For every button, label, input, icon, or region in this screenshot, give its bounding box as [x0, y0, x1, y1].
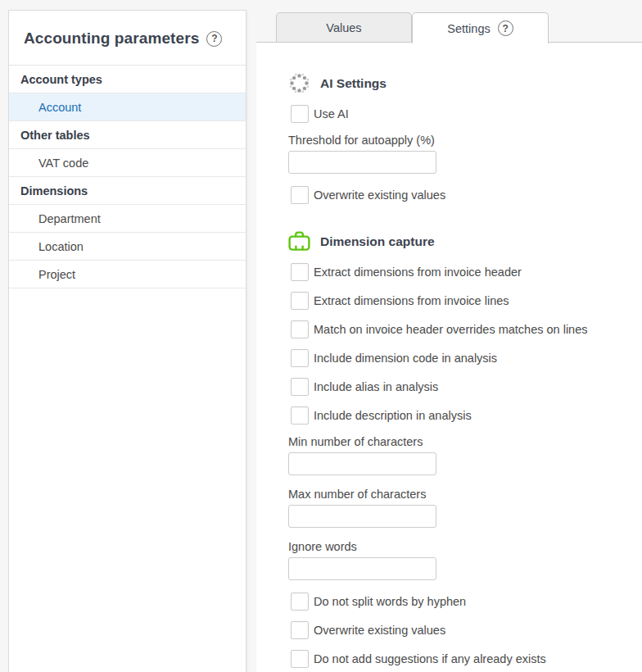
- checkbox-label: Use AI: [314, 107, 349, 120]
- section-title-dimension-capture: Dimension capture: [320, 234, 435, 249]
- checkbox-label: Include description in analysis: [314, 409, 472, 422]
- match-header-overrides-checkbox[interactable]: [291, 320, 309, 338]
- checkbox-row-include-description: Include description in analysis: [291, 406, 627, 425]
- checkbox-label: Include dimension code in analysis: [314, 352, 497, 365]
- checkbox-row-match-header-overrides: Match on invoice header overrides matche…: [291, 320, 627, 338]
- threshold-autoapply-input[interactable]: [288, 151, 436, 174]
- field-label: Min number of characters: [288, 435, 627, 448]
- sidebar-item-project[interactable]: Project: [9, 261, 246, 288]
- no-add-suggestions-checkbox[interactable]: [291, 650, 309, 668]
- max-characters-input[interactable]: [288, 505, 436, 528]
- overwrite-existing-values-checkbox-2[interactable]: [291, 621, 309, 639]
- page-title: Accounting parameters: [24, 30, 199, 48]
- field-ignore-words: Ignore words: [288, 540, 627, 580]
- help-icon[interactable]: ?: [206, 31, 222, 47]
- checkbox-row-overwrite-existing-values: Overwrite existing values: [291, 186, 627, 204]
- field-label: Threshold for autoapply (%): [288, 134, 627, 147]
- checkbox-label: Overwrite existing values: [314, 188, 445, 202]
- checkbox-row-use-ai: Use AI: [291, 105, 627, 123]
- help-icon[interactable]: ?: [498, 20, 513, 36]
- field-max-characters: Max number of characters: [288, 488, 627, 528]
- checkbox-label: Include alias in analysis: [314, 380, 438, 393]
- checkbox-label: Do not split words by hyphen: [314, 595, 466, 608]
- sidebar-item-location[interactable]: Location: [9, 233, 246, 261]
- sidebar-item-account[interactable]: Account: [9, 93, 246, 121]
- checkbox-row-no-add-suggestions: Do not add suggestions if any already ex…: [291, 650, 627, 668]
- ai-dots-icon: [288, 72, 310, 94]
- checkbox-row-include-dimension-code: Include dimension code in analysis: [291, 349, 627, 367]
- tab-settings[interactable]: Settings ?: [412, 12, 549, 43]
- checkbox-label: Extract dimensions from invoice header: [314, 266, 522, 279]
- checkbox-label: Do not add suggestions if any already ex…: [314, 652, 546, 665]
- include-description-checkbox[interactable]: [291, 406, 309, 425]
- checkbox-row-no-split-hyphen: Do not split words by hyphen: [291, 593, 627, 611]
- tab-settings-label: Settings: [447, 22, 490, 35]
- no-split-hyphen-checkbox[interactable]: [291, 593, 309, 611]
- field-label: Ignore words: [288, 540, 627, 553]
- extract-dimensions-lines-checkbox[interactable]: [291, 292, 309, 310]
- dimension-capture-section-header: Dimension capture: [288, 230, 627, 252]
- sidebar-item-vat-code[interactable]: VAT code: [9, 149, 246, 177]
- field-label: Max number of characters: [288, 488, 627, 501]
- tab-bar: Values Settings ?: [256, 12, 642, 43]
- sidebar-header: Accounting parameters ?: [9, 11, 246, 66]
- extract-dimensions-header-checkbox[interactable]: [291, 263, 309, 281]
- field-threshold-autoapply: Threshold for autoapply (%): [288, 134, 627, 174]
- field-min-characters: Min number of characters: [288, 435, 627, 475]
- sidebar-group-other-tables: Other tables: [9, 121, 246, 149]
- sidebar-group-dimensions: Dimensions: [9, 177, 246, 205]
- checkbox-row-include-alias: Include alias in analysis: [291, 378, 627, 396]
- include-dimension-code-checkbox[interactable]: [291, 349, 309, 367]
- settings-panel: AI Settings Use AI Threshold for autoapp…: [256, 43, 642, 672]
- tab-values-label: Values: [326, 21, 361, 34]
- checkbox-row-extract-dimensions-header: Extract dimensions from invoice header: [291, 263, 627, 281]
- sidebar-item-department[interactable]: Department: [9, 205, 246, 233]
- tab-values[interactable]: Values: [276, 12, 412, 43]
- ai-settings-section-header: AI Settings: [288, 72, 627, 94]
- use-ai-checkbox[interactable]: [291, 105, 309, 123]
- briefcase-icon: [288, 230, 310, 252]
- checkbox-label: Overwrite existing values: [314, 624, 445, 637]
- include-alias-checkbox[interactable]: [291, 378, 309, 396]
- checkbox-label: Extract dimensions from invoice lines: [314, 294, 509, 307]
- checkbox-label: Match on invoice header overrides matche…: [314, 323, 587, 336]
- ignore-words-input[interactable]: [288, 557, 436, 580]
- section-title-ai-settings: AI Settings: [320, 76, 387, 91]
- overwrite-existing-values-checkbox[interactable]: [291, 186, 309, 204]
- min-characters-input[interactable]: [288, 452, 436, 475]
- checkbox-row-extract-dimensions-lines: Extract dimensions from invoice lines: [291, 292, 627, 310]
- sidebar-group-account-types: Account types: [9, 66, 246, 93]
- checkbox-row-overwrite-existing-values-2: Overwrite existing values: [291, 621, 627, 639]
- sidebar: Accounting parameters ? Account types Ac…: [8, 10, 246, 672]
